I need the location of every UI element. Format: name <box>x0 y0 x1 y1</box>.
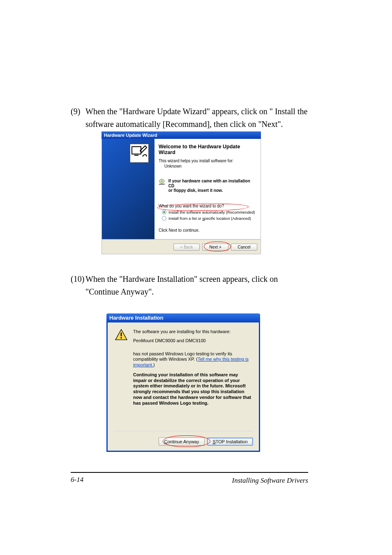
radio-label: Install from a list or specific location… <box>168 216 251 221</box>
msg-line1: The software you are installing for this… <box>133 329 251 335</box>
hardware-installation-dialog: Hardware Installation The software you a… <box>106 313 260 452</box>
cd-text: If your hardware came with an installati… <box>168 179 256 193</box>
dialog-message: The software you are installing for this… <box>133 329 251 409</box>
step-10-container: (10) When the "Hardware Installation" sc… <box>71 273 308 304</box>
heading-line2: Wizard <box>159 150 175 155</box>
step-text: When the "Hardware Update Wizard" appear… <box>71 105 308 131</box>
cd-icon <box>159 179 166 186</box>
step-number: (10) <box>71 273 85 286</box>
next-button[interactable]: Next > <box>202 244 228 251</box>
wizard-main: Welcome to the Hardware Update Wizard Th… <box>154 139 261 239</box>
radio-install-specific[interactable]: Install from a list or specific location… <box>162 216 256 221</box>
wizard-icon <box>130 144 149 163</box>
heading-line1: Welcome to the Hardware Update <box>159 144 240 150</box>
back-button: < Back <box>173 244 200 251</box>
wizard-heading: Welcome to the Hardware Update Wizard <box>159 144 256 155</box>
cd-hint: If your hardware came with an installati… <box>159 179 256 193</box>
warning-icon <box>115 329 127 341</box>
msg-warning: Continuing your installation of this sof… <box>133 372 251 406</box>
cancel-button[interactable]: Cancel <box>231 244 257 251</box>
dialog-title: Hardware Installation <box>106 313 260 322</box>
device-name: Unknown <box>159 164 256 168</box>
radio-install-auto[interactable]: Install the software automatically (Reco… <box>162 210 256 215</box>
step-9: (9) When the "Hardware Update Wizard" ap… <box>71 105 308 131</box>
hardware-update-wizard-dialog: Hardware Update Wizard Welcome to the Ha… <box>101 131 261 253</box>
document-page: (9) When the "Hardware Update Wizard" ap… <box>0 0 392 555</box>
wizard-sidebar <box>102 139 154 239</box>
svg-point-5 <box>120 337 122 339</box>
dialog-buttonbar: < Back Next > Cancel <box>101 240 261 254</box>
footer-label: Installing Software Drivers <box>232 477 308 485</box>
footer-rule <box>71 472 308 473</box>
page-number: 6-14 <box>71 476 83 484</box>
radio-label: Install the software automatically (Reco… <box>168 210 255 214</box>
stop-installation-button[interactable]: STOP Installation <box>207 438 253 446</box>
wizard-subtitle: This wizard helps you install software f… <box>159 159 256 163</box>
svg-rect-0 <box>132 147 141 154</box>
step-10: (10) When the "Hardware Installation" sc… <box>71 273 308 298</box>
step-number: (9) <box>71 105 85 118</box>
svg-point-3 <box>161 181 163 182</box>
radio-dot-icon <box>162 210 166 214</box>
svg-rect-1 <box>134 155 138 156</box>
dialog-divider <box>113 430 253 431</box>
continue-hint: Click Next to continue. <box>159 228 256 233</box>
step-text: When the "Hardware Installation" screen … <box>71 273 308 298</box>
wizard-question: What do you want the wizard to do? <box>159 204 256 208</box>
msg-device: PenMount DMC9000 and DMC9100 <box>133 338 251 344</box>
continue-anyway-button[interactable]: Continue Anyway <box>159 438 205 446</box>
radio-dot-icon <box>162 216 166 221</box>
dialog-inner: The software you are installing for this… <box>108 322 259 409</box>
dialog-buttons: Continue Anyway STOP Installation <box>159 438 253 446</box>
dialog-title: Hardware Update Wizard <box>101 131 261 139</box>
svg-rect-4 <box>121 332 122 336</box>
dialog-body: Welcome to the Hardware Update Wizard Th… <box>101 139 261 240</box>
msg-logo-test: has not passed Windows Logo testing to v… <box>133 351 251 368</box>
dialog-frame: The software you are installing for this… <box>106 322 260 452</box>
